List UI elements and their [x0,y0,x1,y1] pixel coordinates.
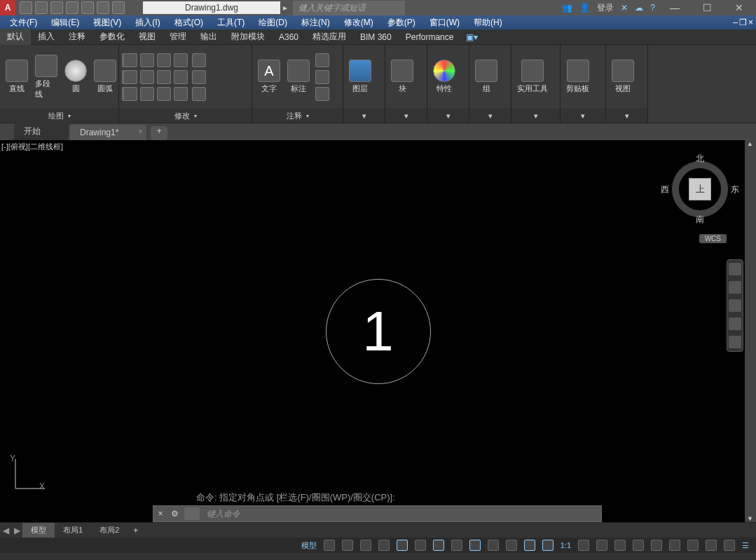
polar-icon[interactable] [378,540,390,551]
menu-insert[interactable]: 插入(I) [128,17,167,29]
minimize-button[interactable]: — [662,0,687,15]
osnap-icon[interactable] [397,540,408,551]
panel-clip-title[interactable]: ▾ [561,109,605,123]
tab-add-button[interactable]: + [151,126,167,140]
search-input[interactable]: 健入关键字或短语 [293,1,405,15]
tab-close-icon[interactable]: × [139,128,143,135]
menu-view[interactable]: 视图(V) [86,17,128,29]
dim-button[interactable]: 标注 [286,58,311,95]
doc-restore-icon[interactable]: ❐ [739,18,747,27]
rotate-icon[interactable] [140,53,154,67]
otrack-icon[interactable] [433,540,444,551]
customize-icon[interactable]: ☰ [739,540,752,552]
circle-button[interactable]: 圆 [63,58,88,95]
table-icon[interactable] [315,87,329,101]
layout-add-button[interactable]: + [128,524,144,537]
doc-close-icon[interactable]: × [748,18,753,27]
app-menu-button[interactable]: A [0,0,15,15]
panel-view-title[interactable]: ▾ [606,109,647,123]
view-button[interactable]: 视图 [610,58,635,95]
print-icon[interactable] [81,1,94,14]
layout-model[interactable]: 模型 [22,523,55,538]
props-button[interactable]: 特性 [432,58,457,95]
grid-icon[interactable] [324,540,335,551]
vertical-scrollbar[interactable] [745,140,756,522]
menu-help[interactable]: 帮助(H) [467,17,509,29]
rtab-insert[interactable]: 插入 [31,29,62,45]
tab-drawing1[interactable]: Drawing1*× [70,125,146,140]
text-button[interactable]: A文字 [256,58,282,95]
layer-button[interactable]: 图层 [348,58,373,95]
status-model[interactable]: 模型 [298,539,319,552]
rtab-default[interactable]: 默认 [0,29,31,45]
annotation-scale[interactable]: 1:1 [558,540,574,551]
rtab-a360[interactable]: A360 [272,30,305,44]
orbit-icon[interactable] [729,317,741,330]
layout-1[interactable]: 布局1 [55,523,91,538]
polyline-button[interactable]: 多段线 [34,53,59,101]
offset-icon[interactable] [174,87,188,101]
panel-modify-title[interactable]: 修改 [119,109,252,123]
annoscale-icon[interactable] [578,540,589,551]
scale-icon[interactable] [140,87,154,101]
close-button[interactable]: ✕ [727,0,752,15]
user-icon[interactable]: 👤 [579,3,590,13]
menu-parametric[interactable]: 参数(P) [380,17,422,29]
rtab-bim360[interactable]: BIM 360 [353,30,399,44]
mirror-icon[interactable] [140,70,154,84]
rtab-output[interactable]: 输出 [193,29,224,45]
menu-draw[interactable]: 绘图(D) [252,17,294,29]
zoom-icon[interactable] [729,299,741,312]
isolate-icon[interactable] [687,540,699,551]
cloud-icon[interactable]: ☁ [635,3,643,13]
menu-dimension[interactable]: 标注(N) [294,17,337,29]
cmd-prompt-icon[interactable] [184,507,200,520]
title-dropdown-icon[interactable]: ▸ [283,3,287,13]
saveas-icon[interactable] [66,1,78,14]
rtab-view[interactable]: 视图 [132,29,163,45]
lockui-icon[interactable] [669,540,680,551]
menu-edit[interactable]: 编辑(E) [44,17,86,29]
panel-layer-title[interactable]: ▾ [343,109,385,123]
panel-group-title[interactable]: ▾ [469,109,511,123]
drawing-canvas[interactable]: [-][俯视][二维线框] 上 北 南 东 西 WCS 1 Y X 命令: 指定… [0,140,756,522]
rtab-annotate[interactable]: 注释 [62,29,92,45]
maximize-button[interactable]: ☐ [694,0,720,15]
rtab-manage[interactable]: 管理 [163,29,193,45]
group-button[interactable]: 组 [474,58,499,95]
sc-icon[interactable] [542,540,554,551]
modify-small-icon[interactable] [192,53,206,67]
menu-window[interactable]: 窗口(W) [422,17,467,29]
rtab-addins[interactable]: 附加模块 [224,29,272,45]
rtab-performance[interactable]: Performance [399,30,461,44]
snap-icon[interactable] [342,540,353,551]
layout-prev-icon[interactable]: ◀ [0,526,11,535]
exchange-icon[interactable]: ✕ [621,3,628,13]
block-button[interactable]: 块 [390,58,415,95]
cmd-close-icon[interactable]: × [153,509,167,519]
showmotion-icon[interactable] [729,336,741,348]
lwt-icon[interactable] [488,540,499,551]
command-line[interactable]: × ⚙ 键入命令 [153,505,602,522]
login-label[interactable]: 登录 [597,2,614,14]
annot-small-icon[interactable] [315,53,329,67]
menu-format[interactable]: 格式(O) [167,17,210,29]
menu-file[interactable]: 文件(F) [3,17,44,29]
ribbon-collapse-icon[interactable]: ▣▾ [466,32,478,42]
qp-icon[interactable] [524,540,535,551]
line-button[interactable]: 直线 [4,58,29,95]
panel-block-title[interactable]: ▾ [385,109,427,123]
menu-modify[interactable]: 修改(M) [337,17,380,29]
move-icon[interactable] [123,53,137,67]
tpy-icon[interactable] [506,540,517,551]
ortho-icon[interactable] [360,540,371,551]
layout-2[interactable]: 布局2 [91,523,128,538]
panel-props-title[interactable]: ▾ [427,109,469,123]
menu-tools[interactable]: 工具(T) [210,17,252,29]
redo-icon[interactable] [112,1,125,14]
units-icon[interactable] [633,540,644,551]
panel-util-title[interactable]: ▾ [511,109,560,123]
save-icon[interactable] [50,1,63,14]
pan-icon[interactable] [729,281,741,294]
rtab-parametric[interactable]: 参数化 [92,29,132,45]
